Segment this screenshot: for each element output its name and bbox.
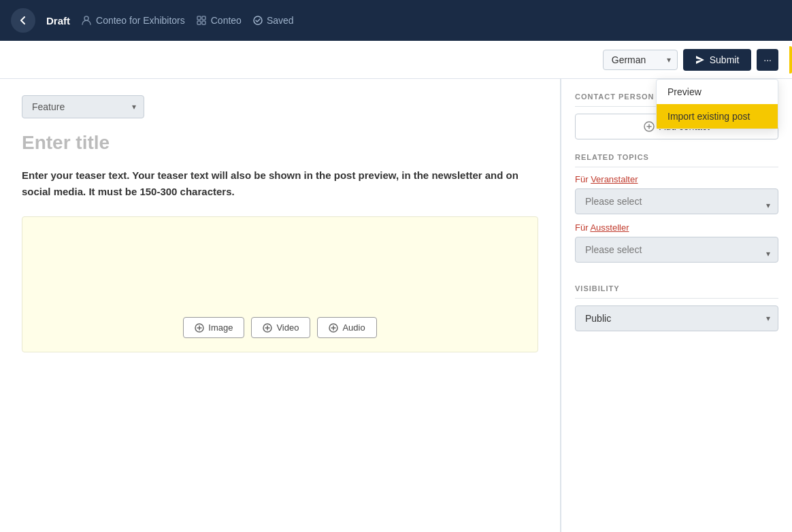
- back-button[interactable]: [11, 8, 35, 33]
- more-button[interactable]: ···: [757, 49, 778, 71]
- saved-indicator: Saved: [252, 15, 294, 26]
- svg-rect-1: [197, 16, 201, 20]
- preview-menu-item[interactable]: Preview: [657, 80, 778, 104]
- top-navigation: Draft Conteo for Exhibitors Conteo Saved: [0, 0, 792, 41]
- veranstalter-select[interactable]: Please select: [575, 188, 778, 214]
- video-button[interactable]: Video: [251, 317, 310, 338]
- veranstalter-underline: Veranstalter: [591, 174, 638, 184]
- audio-button[interactable]: Audio: [317, 317, 376, 338]
- visibility-select[interactable]: Public Private Draft: [575, 305, 778, 331]
- visibility-title: VISIBILITY: [575, 284, 778, 299]
- user-nav-item: Conteo for Exhibitors: [81, 15, 185, 26]
- feature-select[interactable]: Feature News Article: [22, 95, 144, 118]
- svg-rect-4: [202, 21, 205, 24]
- dropdown-menu: Preview Import existing post: [656, 79, 778, 129]
- sidebar: CONTACT PERSON Add contact RELATED TOPIC…: [561, 79, 792, 532]
- import-post-menu-item[interactable]: Import existing post: [657, 104, 778, 129]
- veranstalter-select-wrap: Please select: [575, 188, 778, 222]
- fur-veranstalter-label: Für Veranstalter: [575, 174, 778, 184]
- svg-point-0: [84, 16, 88, 20]
- media-buttons: Image Video Audio: [36, 317, 524, 338]
- aussteller-underline: Aussteller: [590, 222, 629, 233]
- related-topics-title: RELATED TOPICS: [575, 153, 778, 167]
- toolbar: German English French Submit ··· Preview…: [0, 41, 792, 79]
- image-button[interactable]: Image: [183, 317, 244, 338]
- language-selector-wrap: German English French: [603, 50, 678, 70]
- svg-rect-2: [202, 16, 205, 20]
- main-layout: Feature News Article Enter your teaser t…: [0, 79, 792, 532]
- status-label: Draft: [46, 15, 70, 27]
- aussteller-select[interactable]: Please select: [575, 237, 778, 263]
- product-nav-item: Conteo: [196, 15, 242, 26]
- related-topics-section: RELATED TOPICS Für Veranstalter Please s…: [575, 153, 778, 271]
- yellow-accent: [789, 46, 792, 73]
- svg-rect-3: [197, 21, 201, 24]
- language-select[interactable]: German English French: [603, 50, 678, 70]
- aussteller-select-wrap: Please select: [575, 237, 778, 271]
- fur-aussteller-label: Für Aussteller: [575, 222, 778, 233]
- title-input[interactable]: [22, 132, 538, 154]
- media-area: Image Video Audio: [22, 216, 538, 352]
- editor-area: Feature News Article Enter your teaser t…: [0, 79, 561, 532]
- feature-select-wrap: Feature News Article: [22, 95, 144, 118]
- teaser-text: Enter your teaser text. Your teaser text…: [22, 167, 538, 200]
- submit-button[interactable]: Submit: [683, 49, 752, 71]
- visibility-section: VISIBILITY Public Private Draft: [575, 284, 778, 331]
- visibility-select-wrap: Public Private Draft: [575, 305, 778, 331]
